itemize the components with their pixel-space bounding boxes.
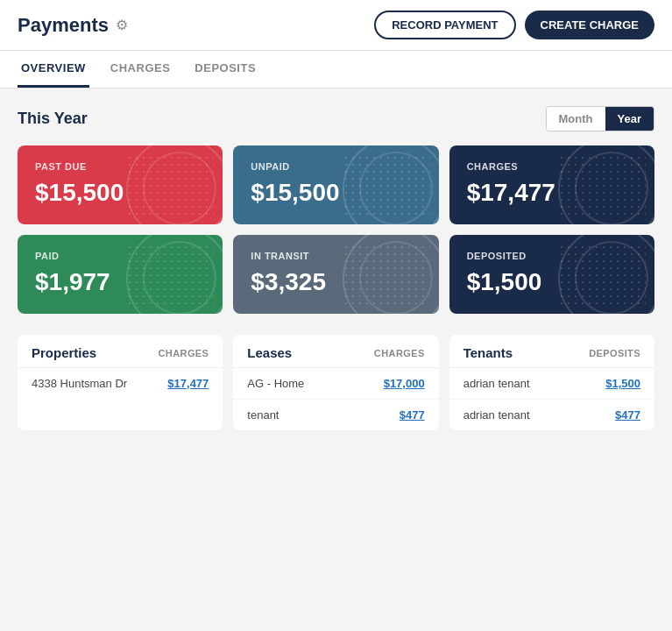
page-title: Payments (18, 14, 109, 37)
header-left: Payments ⚙ (18, 14, 128, 37)
properties-title: Properties (32, 345, 96, 360)
section-title: This Year (18, 110, 88, 128)
tenants-table: Tenants DEPOSITS adrian tenant $1,500 ad… (449, 335, 654, 430)
year-toggle-button[interactable]: Year (605, 107, 654, 131)
properties-table-header: Properties CHARGES (18, 335, 223, 368)
leases-table: Leases CHARGES AG - Home $17,000 tenant … (233, 335, 438, 430)
tenant-deposits-link-1[interactable]: $1,500 (605, 377, 640, 390)
properties-col-label: CHARGES (159, 348, 209, 358)
tenants-title: Tenants (463, 345, 513, 360)
record-payment-button[interactable]: RECORD PAYMENT (374, 11, 515, 39)
tab-charges[interactable]: CHARGES (107, 51, 174, 88)
tenant-name-1: adrian tenant (463, 377, 530, 390)
table-row: adrian tenant $477 (449, 400, 654, 430)
lease-charges-link-2[interactable]: $477 (400, 408, 425, 422)
charges-card[interactable]: CHARGES $17,477 (449, 145, 654, 224)
table-row: tenant $477 (233, 400, 438, 430)
unpaid-card[interactable]: UNPAID $15,500 (233, 145, 438, 224)
period-toggle: Month Year (546, 106, 654, 131)
leases-table-header: Leases CHARGES (233, 335, 438, 368)
lease-name-1: AG - Home (247, 377, 304, 390)
section-header: This Year Month Year (18, 106, 654, 131)
tab-overview[interactable]: OVERVIEW (18, 51, 89, 88)
properties-table: Properties CHARGES 4338 Huntsman Dr $17,… (18, 335, 223, 430)
property-name: 4338 Huntsman Dr (32, 377, 127, 390)
tenant-name-2: adrian tenant (463, 408, 530, 422)
tenants-col-label: DEPOSITS (589, 348, 640, 358)
tab-bar: OVERVIEW CHARGES DEPOSITS (0, 51, 672, 89)
create-charge-button[interactable]: CREATE CHARGE (525, 11, 654, 39)
month-toggle-button[interactable]: Month (547, 107, 605, 131)
tenants-table-header: Tenants DEPOSITS (449, 335, 654, 368)
tenant-deposits-link-2[interactable]: $477 (615, 408, 640, 422)
table-row: AG - Home $17,000 (233, 368, 438, 400)
main-content: This Year Month Year PAST DUE $15,500 UN… (0, 89, 672, 448)
tab-deposits[interactable]: DEPOSITS (191, 51, 259, 88)
table-row: adrian tenant $1,500 (449, 368, 654, 400)
gear-icon[interactable]: ⚙ (116, 17, 128, 33)
paid-card[interactable]: PAID $1,977 (18, 235, 223, 314)
summary-cards: PAST DUE $15,500 UNPAID $15,500 CHARGES … (18, 145, 654, 314)
property-charges-link[interactable]: $17,477 (167, 377, 209, 390)
tables-section: Properties CHARGES 4338 Huntsman Dr $17,… (18, 335, 654, 430)
lease-charges-link-1[interactable]: $17,000 (384, 377, 425, 390)
lease-name-2: tenant (247, 408, 279, 422)
deposited-card[interactable]: DEPOSITED $1,500 (449, 235, 654, 314)
past-due-card[interactable]: PAST DUE $15,500 (18, 145, 223, 224)
header-buttons: RECORD PAYMENT CREATE CHARGE (374, 11, 654, 39)
table-row: 4338 Huntsman Dr $17,477 (18, 368, 223, 399)
leases-col-label: CHARGES (374, 348, 425, 358)
in-transit-card[interactable]: IN TRANSIT $3,325 (233, 235, 438, 314)
leases-title: Leases (247, 345, 292, 360)
page-header: Payments ⚙ RECORD PAYMENT CREATE CHARGE (0, 0, 672, 51)
